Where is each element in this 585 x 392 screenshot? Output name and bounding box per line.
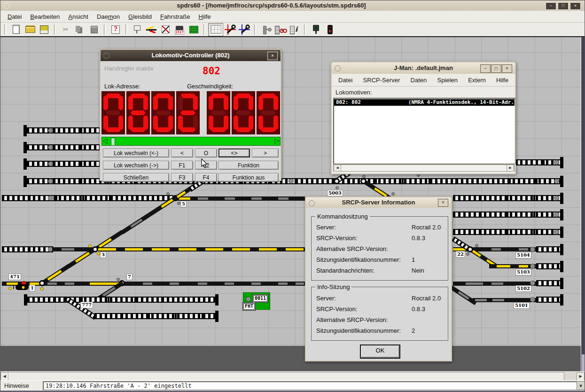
jman-maximize-button[interactable]: □ xyxy=(491,64,501,73)
open-layout-button[interactable] xyxy=(23,24,37,36)
maximize-button[interactable]: □ xyxy=(558,2,569,10)
controller-titlebar[interactable]: Lokomotiv-Controller (802) × xyxy=(101,50,281,61)
scroll-left-button[interactable]: ◀ xyxy=(0,372,8,381)
keyboard-monitor-button[interactable] xyxy=(187,24,201,36)
edit-mode-blue-button[interactable] xyxy=(237,24,251,36)
status-message-field[interactable]: 19:28:10.146 Fahrstraße 'A - 2' eingeste… xyxy=(43,381,585,390)
turnout[interactable] xyxy=(39,280,45,286)
turnout[interactable] xyxy=(360,178,367,184)
loco-list-item-selected[interactable]: 802: 802 (NMRA 4-Funktionsdek., 14-Bit-A… xyxy=(334,99,515,106)
scroll-right-button[interactable]: ▶ xyxy=(577,372,585,381)
track xyxy=(94,313,215,319)
signal-red-button[interactable] xyxy=(323,24,337,36)
menu-hilfe[interactable]: Hilfe xyxy=(195,12,215,21)
shunt-signal-button[interactable] xyxy=(259,24,273,36)
menu-fahrstrasse[interactable]: Fahrstraße xyxy=(156,12,195,21)
funktion-aus-button[interactable]: Funktion aus xyxy=(218,173,279,182)
srcp-close-button[interactable]: × xyxy=(438,199,448,207)
jman-menu-srcp-server[interactable]: SRCP-Server xyxy=(363,77,400,84)
daemon-switch-button[interactable] xyxy=(130,24,144,36)
controller-close-button[interactable]: × xyxy=(267,52,278,60)
new-document-button[interactable] xyxy=(9,24,23,36)
toolbar-separator xyxy=(203,24,205,35)
info-version-value: 0.8.3 xyxy=(412,306,425,313)
copy-button[interactable] xyxy=(73,24,87,36)
menu-datei[interactable]: Datei xyxy=(3,12,26,21)
srcp-titlebar[interactable]: SRCP-Server Information × xyxy=(306,197,451,208)
kommandositzung-title: Kommandositzung xyxy=(315,213,370,220)
element-properties-button[interactable]: ? xyxy=(109,24,123,36)
slider-right-arrow[interactable]: ▷ xyxy=(274,137,280,144)
info-server-label: Server: xyxy=(316,295,336,302)
f3-button[interactable]: F3 xyxy=(171,173,193,182)
jman-menu-extern[interactable]: Extern xyxy=(468,77,486,84)
jman-menu-daten[interactable]: Daten xyxy=(411,77,427,84)
slider-left-arrow[interactable]: ◁ xyxy=(102,137,108,144)
vertical-scrollbar-thumb[interactable] xyxy=(582,354,585,371)
horizontal-scrollbar[interactable]: ◀ ▶ xyxy=(0,371,585,380)
status-dropdown-button[interactable]: ▼ xyxy=(577,382,585,390)
jman-titlebar[interactable]: J-Man: .default.jman − □ × xyxy=(332,63,515,74)
vertical-scrollbar[interactable] xyxy=(581,37,585,371)
switch-icon xyxy=(134,25,140,31)
f4-button[interactable]: F4 xyxy=(195,173,217,182)
buffer-stop-icon xyxy=(215,311,218,322)
jman-menu-spielen[interactable]: Spielen xyxy=(437,77,458,84)
speed-up-button[interactable]: > xyxy=(252,149,279,157)
track-occupancy-dot xyxy=(48,179,53,184)
jman-scrollbar-thumb[interactable] xyxy=(341,165,508,172)
jman-menu-datei[interactable]: Datei xyxy=(338,77,352,84)
jman-scroll-right-button[interactable]: ▶ xyxy=(507,165,514,172)
jman-horizontal-scrollbar[interactable]: ◀ ▶ xyxy=(333,164,515,171)
close-button[interactable]: × xyxy=(570,2,581,10)
track xyxy=(536,263,561,269)
stop-button[interactable]: O xyxy=(195,149,217,157)
direction-toggle-button[interactable]: <> xyxy=(218,149,250,157)
lok-wechseln-next-button[interactable]: Lok wechseln (->) xyxy=(103,161,169,170)
save-layout-button[interactable] xyxy=(37,24,51,36)
paste-button[interactable] xyxy=(87,24,101,36)
turnout-control-button[interactable] xyxy=(144,24,158,36)
loco-list[interactable]: 802: 802 (NMRA 4-Funktionsdek., 14-Bit-A… xyxy=(333,98,515,164)
funktion-button[interactable]: Funktion xyxy=(218,161,279,170)
schliessen-button[interactable]: Schließen xyxy=(103,173,169,182)
turnout[interactable] xyxy=(92,246,98,252)
buffer-stop-icon xyxy=(560,278,563,289)
element-info-button[interactable]: i xyxy=(287,24,301,36)
track-route xyxy=(98,247,305,251)
speed-down-button[interactable]: < xyxy=(171,149,193,157)
track-label: 22 xyxy=(456,251,465,258)
f1-button[interactable]: F1 xyxy=(171,161,193,170)
track-occupancy-dot xyxy=(530,247,535,252)
seven-segment-digit xyxy=(257,91,280,134)
clock-button[interactable] xyxy=(158,24,172,36)
jman-minimize-button[interactable]: − xyxy=(480,64,491,73)
minimize-button[interactable]: − xyxy=(546,2,556,10)
turnout[interactable] xyxy=(334,178,340,184)
jman-scroll-left-button[interactable]: ◀ xyxy=(334,165,341,172)
slider-handle[interactable] xyxy=(111,138,115,146)
lok-wechseln-prev-button[interactable]: Lok wechseln (<-) xyxy=(103,149,169,157)
mouse-cursor xyxy=(201,158,208,168)
signal-green-button[interactable] xyxy=(309,24,323,36)
jman-close-button[interactable]: × xyxy=(502,64,512,73)
ok-button[interactable]: OK xyxy=(360,345,400,359)
controller-title: Lokomotiv-Controller (802) xyxy=(101,52,281,59)
menu-daemon[interactable]: Daemon xyxy=(93,12,124,21)
speed-slider[interactable]: ◁ ▷ xyxy=(101,137,281,146)
menu-ansicht[interactable]: Ansicht xyxy=(64,12,93,21)
buffer-stop-icon xyxy=(23,142,27,153)
loco-decoder-button[interactable] xyxy=(273,24,287,36)
turnout[interactable] xyxy=(467,246,473,252)
cut-button[interactable]: ✂ xyxy=(59,24,73,36)
address-label: Lok-Adresse: xyxy=(104,83,140,90)
menu-bearbeiten[interactable]: Bearbeiten xyxy=(26,12,64,21)
gleisbild-grid-button[interactable] xyxy=(208,23,223,36)
menu-gleisbild[interactable]: Gleisbild xyxy=(124,12,156,21)
horizontal-scrollbar-thumb[interactable] xyxy=(8,372,564,381)
loco-programming-button[interactable]: 2317 xyxy=(172,24,187,36)
seven-segment-digit xyxy=(151,91,175,134)
jman-menu-hilfe[interactable]: Hilfe xyxy=(496,77,508,84)
turnout-indicator-dot xyxy=(166,192,170,196)
edit-mode-red-button[interactable] xyxy=(223,24,237,36)
